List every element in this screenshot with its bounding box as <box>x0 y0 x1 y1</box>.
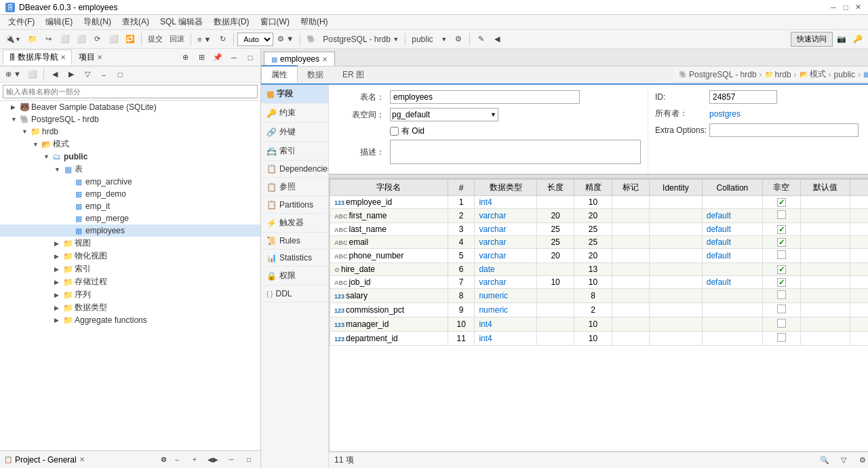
nav-tab-close-2[interactable]: ✕ <box>97 54 102 61</box>
nav-max-btn[interactable]: □ <box>243 50 258 65</box>
close-button[interactable]: ✕ <box>853 3 863 12</box>
cell-type[interactable]: varchar <box>475 223 536 236</box>
sidebar-statistics[interactable]: 📊 Statistics <box>261 250 328 267</box>
tree-item-procs[interactable]: ▶ 📁 存储过程 <box>0 275 260 288</box>
table-row[interactable]: 123employee_id1int410 <box>330 196 869 209</box>
tab-project[interactable]: 项目 ✕ <box>73 50 108 64</box>
table-row[interactable]: 123department_id11int410 <box>330 332 869 346</box>
table-row[interactable]: 123salary8numeric8 <box>330 289 869 303</box>
table-row[interactable]: ABCemail4varchar2525default <box>330 236 869 249</box>
project-square-btn[interactable]: □ <box>241 452 256 467</box>
th-notnull[interactable]: 非空 <box>763 180 800 196</box>
tree-arrow-sequences[interactable]: ▶ <box>54 292 62 298</box>
nav-toolbar-btn4[interactable]: ▶ <box>64 67 79 82</box>
project-plus-btn[interactable]: + <box>187 452 202 467</box>
project-panel-close[interactable]: ✕ <box>79 456 85 463</box>
cell-type[interactable]: varchar <box>475 236 536 249</box>
employees-tab-close[interactable]: ✕ <box>322 56 328 63</box>
tree-item-emp-archive[interactable]: ▶ ▦ emp_archive <box>0 176 260 188</box>
tree-arrow-pg[interactable]: ▼ <box>11 116 19 123</box>
toolbar-indent-btn[interactable]: ≡ ▼ <box>195 32 214 47</box>
prop-desc-textarea[interactable] <box>390 140 641 164</box>
project-dash-btn[interactable]: ─ <box>224 452 239 467</box>
toolbar-btn5[interactable]: ⬜ <box>106 32 121 47</box>
toolbar-auto-btn[interactable]: ⚙ ▼ <box>275 32 296 47</box>
nav-toolbar-btn1[interactable]: ⊕ ▼ <box>3 67 24 82</box>
menu-db[interactable]: 数据库(D) <box>208 15 255 29</box>
toolbar-btn3[interactable]: ⬜ <box>74 32 89 47</box>
oid-checkbox[interactable] <box>390 127 399 136</box>
tree-item-tables[interactable]: ▼ ▦ 表 <box>0 163 260 176</box>
toolbar-btn1[interactable]: ↪ <box>41 32 56 47</box>
tree-item-views[interactable]: ▶ 📁 视图 <box>0 237 260 250</box>
th-num[interactable]: # <box>448 180 475 196</box>
prop-id-input[interactable] <box>709 90 777 104</box>
toolbar-btn4[interactable]: ⟳ <box>90 32 105 47</box>
toolbar-submit-btn[interactable]: 提交 <box>145 32 165 47</box>
toolbar-new-btn[interactable]: 🔌▼ <box>3 32 24 47</box>
tree-item-emp-demo[interactable]: ▶ ▦ emp_demo <box>0 188 260 200</box>
project-nav-btn[interactable]: ◀▶ <box>205 452 221 467</box>
nav-new-btn[interactable]: ⊕ <box>178 50 193 65</box>
tree-item-employees[interactable]: ▶ ▦ employees <box>0 225 260 237</box>
table-row[interactable]: ABCfirst_name2varchar2020default <box>330 209 869 223</box>
prop-tablename-input[interactable] <box>390 90 580 104</box>
tab-db-navigator[interactable]: 🗄 数据库导航 ✕ <box>3 50 72 65</box>
tree-arrow-schemas[interactable]: ▼ <box>33 141 41 148</box>
tree-arrow-matviews[interactable]: ▶ <box>54 253 62 260</box>
toolbar-icon2[interactable]: 🔑 <box>850 32 865 47</box>
tree-item-sqlite[interactable]: ▶ 🐻 Beaver Sample Database (SQLite) <box>0 101 260 113</box>
nav-layout-btn[interactable]: ⊞ <box>194 50 209 65</box>
tree-item-indexes[interactable]: ▶ 📁 索引 <box>0 262 260 275</box>
th-length[interactable]: 长度 <box>536 180 574 196</box>
table-row[interactable]: ABCphone_number5varchar2020default <box>330 249 869 263</box>
th-collation[interactable]: Collation <box>702 180 762 196</box>
cell-type[interactable]: numeric <box>475 289 536 303</box>
sidebar-partitions[interactable]: 📋 Partitions <box>261 197 328 214</box>
grid-search-btn[interactable]: 🔍 <box>817 453 832 468</box>
tree-item-datatypes[interactable]: ▶ 📁 数据类型 <box>0 301 260 314</box>
sidebar-fk[interactable]: 🔗 外键 <box>261 123 328 142</box>
table-row[interactable]: ABClast_name3varchar2525default <box>330 223 869 236</box>
tree-item-matviews[interactable]: ▶ 📁 物化视图 <box>0 250 260 262</box>
inner-tab-data[interactable]: 数据 <box>298 66 333 83</box>
tree-arrow-tables[interactable]: ▼ <box>54 166 62 173</box>
maximize-button[interactable]: □ <box>841 3 850 12</box>
menu-file[interactable]: 文件(F) <box>3 15 40 29</box>
tree-arrow-procs[interactable]: ▶ <box>54 279 62 286</box>
th-datatype[interactable]: 数据类型 <box>475 180 536 196</box>
sidebar-constraints[interactable]: 🔑 约束 <box>261 104 328 123</box>
tree-item-pg[interactable]: ▼ 🐘 PostgreSQL - hrdb <box>0 113 260 125</box>
menu-sql[interactable]: SQL 编辑器 <box>155 15 208 29</box>
table-row[interactable]: 123manager_id10int410 <box>330 317 869 332</box>
nav-pin-btn[interactable]: 📌 <box>210 50 225 65</box>
toolbar-open-btn[interactable]: 📁 <box>25 32 40 47</box>
prop-tablespace-combo[interactable]: pg_default ▼ <box>390 108 498 121</box>
menu-find[interactable]: 查找(A) <box>117 15 155 29</box>
sidebar-permissions[interactable]: 🔒 权限 <box>261 267 328 286</box>
nav-toolbar-btn6[interactable]: – <box>96 67 111 82</box>
th-fieldname[interactable]: 字段名 <box>330 180 448 196</box>
table-row[interactable]: ⊙hire_date6date13 <box>330 263 869 276</box>
cell-type[interactable]: int4 <box>475 317 536 332</box>
menu-window[interactable]: 窗口(W) <box>255 15 295 29</box>
tree-arrow-hrdb[interactable]: ▼ <box>22 128 30 135</box>
minimize-button[interactable]: ─ <box>829 3 838 12</box>
tree-arrow-public[interactable]: ▼ <box>43 153 52 160</box>
cell-type[interactable]: int4 <box>475 332 536 346</box>
toolbar-icon1[interactable]: 📷 <box>834 32 849 47</box>
tree-arrow-aggfuncs[interactable]: ▶ <box>54 317 62 324</box>
schema-combo[interactable]: public▼ <box>409 32 450 47</box>
sidebar-fields[interactable]: ▦ 字段 <box>261 85 328 104</box>
table-row[interactable]: 123commission_pct9numeric2 <box>330 303 869 317</box>
nav-toolbar-btn5[interactable]: ▽ <box>80 67 95 82</box>
tree-item-public[interactable]: ▼ 🗂 public <box>0 151 260 163</box>
quick-access-btn[interactable]: 快速访问 <box>791 32 833 47</box>
tree-item-emp-merge[interactable]: ▶ ▦ emp_merge <box>0 212 260 225</box>
tree-item-schemas[interactable]: ▼ 📂 模式 <box>0 138 260 151</box>
tree-item-emp-it[interactable]: ▶ ▦ emp_it <box>0 200 260 212</box>
menu-nav[interactable]: 导航(N) <box>78 15 117 29</box>
pg-connection-combo[interactable]: PostgreSQL - hrdb▼ <box>320 32 401 47</box>
prop-owner-link[interactable]: postgres <box>709 109 741 119</box>
tree-arrow-indexes[interactable]: ▶ <box>54 266 62 273</box>
